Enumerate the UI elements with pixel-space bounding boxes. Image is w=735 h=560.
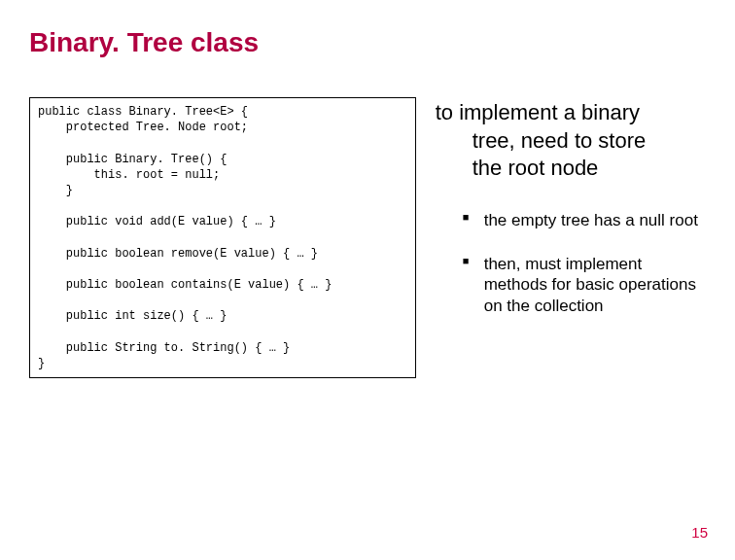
list-item: then, must implement methods for basic o… <box>463 254 706 316</box>
right-column: to implement a binary tree, need to stor… <box>436 97 706 339</box>
content-row: public class Binary. Tree<E> { protected… <box>29 97 706 378</box>
para-line-1: to implement a binary <box>436 100 640 124</box>
para-line-3: the root node <box>436 155 706 183</box>
para-line-2: tree, need to store <box>436 127 706 156</box>
page-number: 15 <box>691 524 708 541</box>
list-item: the empty tree has a null root <box>463 210 706 230</box>
slide-title: Binary. Tree class <box>29 27 706 58</box>
code-listing: public class Binary. Tree<E> { protected… <box>38 104 407 371</box>
intro-paragraph: to implement a binary tree, need to stor… <box>436 99 706 183</box>
bullet-list: the empty tree has a null root then, mus… <box>436 210 706 316</box>
slide: Binary. Tree class public class Binary. … <box>0 0 735 560</box>
code-box: public class Binary. Tree<E> { protected… <box>29 97 416 378</box>
